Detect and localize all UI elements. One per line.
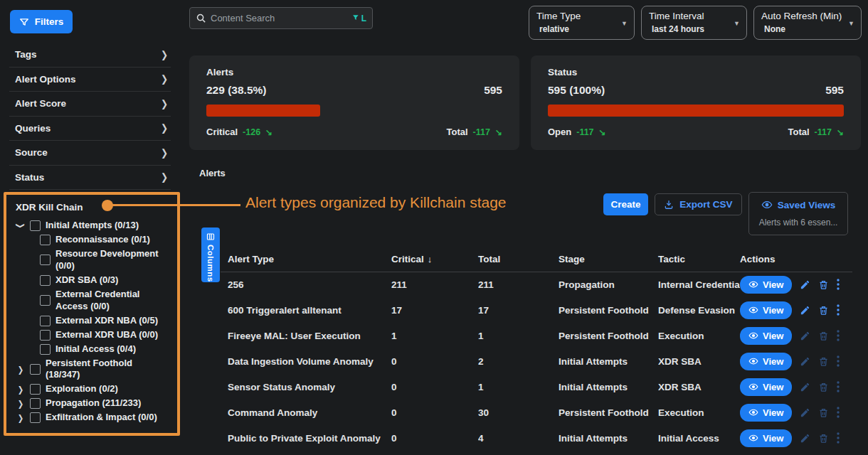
- time-interval-dropdown[interactable]: Time Interval last 24 hours ▼: [641, 6, 747, 40]
- checkbox[interactable]: [30, 364, 41, 375]
- trend-down-icon: ↘: [837, 127, 844, 137]
- create-button[interactable]: Create: [603, 193, 648, 215]
- view-button[interactable]: View: [740, 404, 792, 422]
- tree-node-exfiltration-impact[interactable]: ❯ Exfiltration & Impact (0/0): [16, 412, 173, 424]
- chevron-right-icon[interactable]: ❯: [16, 413, 25, 422]
- edit-icon[interactable]: [800, 305, 810, 316]
- more-actions-icon[interactable]: [837, 355, 840, 367]
- killchain-highlight-box: XDR Kill Chain ❯ Initial Attempts (0/13)…: [4, 192, 180, 436]
- checkbox[interactable]: [40, 295, 51, 306]
- chevron-right-icon[interactable]: ❯: [16, 399, 25, 408]
- header-tactic[interactable]: Tactic: [658, 254, 740, 264]
- lucene-filter-icon[interactable]: L: [352, 14, 366, 23]
- checkbox[interactable]: [40, 344, 51, 355]
- time-type-dropdown[interactable]: Time Type relative ▼: [529, 6, 635, 40]
- checkbox[interactable]: [30, 220, 41, 231]
- edit-icon[interactable]: [800, 382, 810, 392]
- chevron-right-icon: ❯: [161, 49, 168, 60]
- table-row[interactable]: Sensor Status Anomaly 0 1 Initial Attemp…: [228, 374, 854, 400]
- view-button[interactable]: View: [740, 301, 792, 319]
- tree-node-reconnaissance[interactable]: Reconnaissance (0/1): [40, 234, 173, 246]
- delete-icon[interactable]: [818, 279, 829, 290]
- search-input[interactable]: [211, 13, 348, 23]
- checkbox[interactable]: [40, 275, 51, 286]
- chevron-right-icon[interactable]: ❯: [16, 365, 25, 374]
- edit-icon[interactable]: [800, 331, 810, 341]
- progress-track: [548, 105, 844, 117]
- header-total[interactable]: Total: [478, 254, 559, 264]
- edit-icon[interactable]: [800, 407, 810, 418]
- tree-node-external-xdr-uba[interactable]: External XDR UBA (0/0): [40, 329, 173, 341]
- checkbox[interactable]: [40, 235, 51, 245]
- tree-node-persistent-foothold[interactable]: ❯ Persistent Foothold (18/347): [16, 358, 173, 382]
- chevron-right-icon: ❯: [161, 73, 168, 85]
- tree-node-exploration[interactable]: ❯ Exploration (0/2): [16, 383, 173, 395]
- sidebar-item-alert-options[interactable]: Alert Options ❯: [9, 68, 171, 92]
- content-search[interactable]: L: [189, 7, 373, 29]
- delete-icon[interactable]: [818, 305, 829, 316]
- checkbox[interactable]: [40, 316, 51, 326]
- auto-refresh-dropdown[interactable]: Auto Refresh (Min) None ▼: [753, 6, 862, 40]
- table-row[interactable]: Data Ingestion Volume Anomaly 0 2 Initia…: [228, 348, 854, 374]
- delete-icon[interactable]: [818, 382, 829, 392]
- trend-down-icon: ↘: [599, 127, 606, 137]
- saved-views-subtitle: Alerts with 6 essen...: [749, 218, 847, 228]
- columns-icon: [206, 232, 215, 241]
- header-stage[interactable]: Stage: [559, 254, 658, 264]
- chevron-down-icon[interactable]: ❯: [16, 222, 25, 230]
- columns-button[interactable]: Columns: [201, 228, 220, 282]
- alerts-section-title: Alerts: [199, 168, 226, 178]
- delete-icon[interactable]: [818, 433, 829, 444]
- filters-button[interactable]: Filters: [10, 10, 73, 33]
- delete-icon[interactable]: [818, 356, 829, 367]
- chevron-right-icon: ❯: [161, 147, 168, 159]
- view-button[interactable]: View: [740, 378, 792, 396]
- more-actions-icon[interactable]: [837, 330, 840, 341]
- tree-node-resource-development[interactable]: Resource Development (0/0): [40, 248, 173, 272]
- edit-icon[interactable]: [800, 356, 810, 367]
- table-row[interactable]: 256 211 211 Propagation Internal Credent…: [228, 272, 854, 297]
- table-row[interactable]: 600 Triggeralert alltenant 17 17 Persist…: [228, 297, 854, 323]
- time-controls: Time Type relative ▼ Time Interval last …: [529, 6, 862, 40]
- alerts-table: Alert Type Critical↓ Total Stage Tactic …: [228, 246, 854, 451]
- tree-node-propagation[interactable]: ❯ Propagation (211/233): [16, 397, 173, 410]
- edit-icon[interactable]: [800, 279, 810, 290]
- edit-icon[interactable]: [800, 433, 810, 444]
- tree-node-external-xdr-nba[interactable]: External XDR NBA (0/5): [40, 315, 173, 327]
- tree-node-external-credential-access[interactable]: External Credential Access (0/0): [40, 289, 173, 313]
- header-alert-type[interactable]: Alert Type: [228, 254, 391, 264]
- checkbox[interactable]: [30, 398, 41, 409]
- more-actions-icon[interactable]: [837, 432, 840, 444]
- status-summary-card: Status 595 (100%) 595 Open -117 ↘ Total …: [531, 55, 861, 150]
- tree-node-initial-attempts[interactable]: ❯ Initial Attempts (0/13): [16, 220, 173, 232]
- export-csv-button[interactable]: Export CSV: [655, 193, 742, 215]
- sidebar-item-alert-score[interactable]: Alert Score ❯: [9, 92, 171, 117]
- view-button[interactable]: View: [740, 353, 792, 370]
- tree-node-xdr-sba[interactable]: XDR SBA (0/3): [40, 274, 173, 287]
- tree-node-initial-access[interactable]: Initial Access (0/4): [40, 343, 173, 355]
- header-critical[interactable]: Critical↓: [391, 254, 478, 264]
- checkbox[interactable]: [40, 255, 51, 265]
- view-button[interactable]: View: [740, 276, 792, 294]
- table-row[interactable]: Command Anomaly 0 30 Persistent Foothold…: [228, 400, 854, 425]
- chevron-right-icon[interactable]: ❯: [16, 385, 25, 394]
- caret-down-icon: ▼: [848, 20, 854, 27]
- checkbox[interactable]: [30, 384, 41, 395]
- view-button[interactable]: View: [740, 327, 792, 345]
- sidebar-item-queries[interactable]: Queries ❯: [9, 117, 171, 141]
- delete-icon[interactable]: [818, 331, 829, 341]
- more-actions-icon[interactable]: [837, 381, 840, 392]
- sidebar-item-source[interactable]: Source ❯: [9, 141, 171, 166]
- view-button[interactable]: View: [740, 429, 792, 447]
- table-row[interactable]: Fireeye MAL: User Execution 1 1 Persiste…: [228, 323, 854, 348]
- saved-views-button[interactable]: Saved Views Alerts with 6 essen...: [748, 192, 848, 235]
- more-actions-icon[interactable]: [837, 279, 840, 290]
- delete-icon[interactable]: [818, 407, 829, 418]
- checkbox[interactable]: [40, 330, 51, 341]
- sidebar-item-status[interactable]: Status ❯: [9, 166, 171, 191]
- table-row[interactable]: Public to Private Exploit Anomaly 0 4 In…: [228, 425, 854, 451]
- more-actions-icon[interactable]: [837, 407, 840, 418]
- sidebar-item-tags[interactable]: Tags ❯: [9, 43, 171, 68]
- more-actions-icon[interactable]: [837, 304, 840, 316]
- checkbox[interactable]: [30, 412, 41, 423]
